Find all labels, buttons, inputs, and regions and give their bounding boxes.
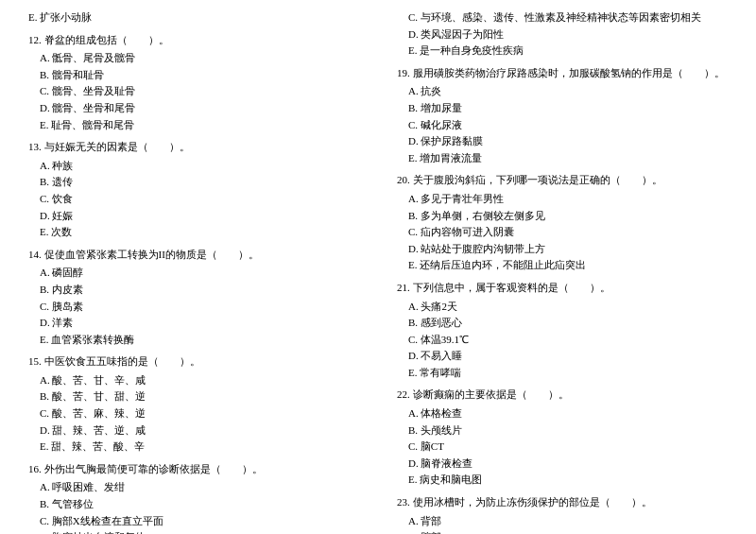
option: A. 抗炎 — [397, 83, 728, 100]
option: D. 甜、辣、苦、逆、咸 — [28, 422, 359, 439]
question-title: 15. 中医饮食五五味指的是（ ）。 — [28, 353, 359, 370]
option: E. 常有哮喘 — [397, 365, 728, 382]
question-title: 14. 促使血管紧张素工转换为II的物质是（ ）。 — [28, 247, 359, 264]
page-container: E. 扩张小动脉12. 脊盆的组成包括（ ）。A. 骶骨、尾骨及髋骨B. 髋骨和… — [28, 9, 728, 534]
option: E. 还纳后压迫内环，不能阻止此疝突出 — [397, 257, 728, 274]
option: E. 是一种自身免疫性疾病 — [397, 43, 728, 60]
option: E. 病史和脑电图 — [397, 472, 728, 489]
question-title: 12. 脊盆的组成包括（ ）。 — [28, 32, 359, 49]
option: D. 髋骨、坐骨和尾骨 — [28, 100, 359, 117]
option: A. 背部 — [397, 513, 728, 530]
right-column: C. 与环境、感染、遗传、性激素及神经精神状态等因素密切相关D. 类风湿因子为阳… — [387, 9, 728, 534]
option: D. 脑脊液检查 — [397, 456, 728, 473]
question-title: 20. 关于腹股沟斜疝，下列哪一项说法是正确的（ ）。 — [397, 172, 728, 189]
option: B. 多为单侧，右侧较左侧多见 — [397, 208, 728, 225]
option: A. 体格检查 — [397, 405, 728, 422]
option: C. 饮食 — [28, 191, 359, 208]
option: E. 次数 — [28, 224, 359, 241]
option: D. 类风湿因子为阳性 — [397, 26, 728, 43]
question-block: 13. 与妊娠无关的因素是（ ）。A. 种族B. 遗传C. 饮食D. 妊娠E. … — [28, 139, 359, 241]
question-block: 12. 脊盆的组成包括（ ）。A. 骶骨、尾骨及髋骨B. 髋骨和耻骨C. 髋骨、… — [28, 32, 359, 134]
option: A. 酸、苦、甘、辛、咸 — [28, 372, 359, 389]
question-block: 20. 关于腹股沟斜疝，下列哪一项说法是正确的（ ）。A. 多见于青壮年男性B.… — [397, 172, 728, 274]
option: E. 甜、辣、苦、酸、辛 — [28, 439, 359, 456]
question-title: E. 扩张小动脉 — [28, 9, 359, 26]
two-column-layout: E. 扩张小动脉12. 脊盆的组成包括（ ）。A. 骶骨、尾骨及髋骨B. 髋骨和… — [28, 9, 728, 534]
option: C. 体温39.1℃ — [397, 332, 728, 349]
question-block: 19. 服用磺胺类药物治疗尿路感染时，加服碳酸氢钠的作用是（ ）。A. 抗炎B.… — [397, 65, 728, 167]
option: D. 保护尿路黏膜 — [397, 133, 728, 150]
question-title: 21. 下列信息中，属于客观资料的是（ ）。 — [397, 280, 728, 297]
option: D. 不易入睡 — [397, 348, 728, 365]
option: C. 胰岛素 — [28, 299, 359, 316]
option: A. 骶骨、尾骨及髋骨 — [28, 50, 359, 67]
option: C. 脑CT — [397, 439, 728, 456]
option: B. 气管移位 — [28, 496, 359, 513]
option: A. 头痛2天 — [397, 299, 728, 316]
question-block: E. 扩张小动脉 — [28, 9, 359, 26]
option: B. 增加尿量 — [397, 100, 728, 117]
question-block: 16. 外伤出气胸最简便可靠的诊断依据是（ ）。A. 呼吸困难、发绀B. 气管移… — [28, 461, 359, 534]
option: D. 洋素 — [28, 315, 359, 332]
question-block: 14. 促使血管紧张素工转换为II的物质是（ ）。A. 磷固醇B. 内皮素C. … — [28, 247, 359, 349]
option: A. 磷固醇 — [28, 265, 359, 282]
option: E. 耻骨、髋骨和尾骨 — [28, 117, 359, 134]
option: B. 头颅线片 — [397, 422, 728, 439]
question-block: C. 与环境、感染、遗传、性激素及神经精神状态等因素密切相关D. 类风湿因子为阳… — [397, 9, 728, 60]
left-column: E. 扩张小动脉12. 脊盆的组成包括（ ）。A. 骶骨、尾骨及髋骨B. 髋骨和… — [28, 9, 369, 534]
option: B. 髋骨和耻骨 — [28, 67, 359, 84]
option: C. 与环境、感染、遗传、性激素及神经精神状态等因素密切相关 — [397, 9, 728, 26]
option: C. 碱化尿液 — [397, 117, 728, 134]
option: B. 感到恶心 — [397, 315, 728, 332]
question-block: 23. 使用冰槽时，为防止冻伤须保护的部位是（ ）。A. 背部B. 髋部C. 头… — [397, 494, 728, 534]
question-title: 23. 使用冰槽时，为防止冻伤须保护的部位是（ ）。 — [397, 494, 728, 511]
question-title: 22. 诊断癫痫的主要依据是（ ）。 — [397, 387, 728, 404]
question-title: 13. 与妊娠无关的因素是（ ）。 — [28, 139, 359, 156]
question-block: 22. 诊断癫痫的主要依据是（ ）。A. 体格检查B. 头颅线片C. 脑CTD.… — [397, 387, 728, 489]
option: A. 种族 — [28, 158, 359, 175]
option: B. 酸、苦、甘、甜、逆 — [28, 388, 359, 405]
option: B. 遗传 — [28, 174, 359, 191]
option: B. 内皮素 — [28, 282, 359, 299]
option: D. 胸穿抽出血液和气体 — [28, 529, 359, 534]
option: B. 髋部 — [397, 529, 728, 534]
option: A. 多见于青壮年男性 — [397, 191, 728, 208]
option: C. 疝内容物可进入阴囊 — [397, 224, 728, 241]
question-title: 19. 服用磺胺类药物治疗尿路感染时，加服碳酸氢钠的作用是（ ）。 — [397, 65, 728, 82]
option: E. 血管紧张素转换酶 — [28, 332, 359, 349]
option: C. 酸、苦、麻、辣、逆 — [28, 405, 359, 422]
option: D. 站站处于腹腔内沟韧带上方 — [397, 241, 728, 258]
question-block: 21. 下列信息中，属于客观资料的是（ ）。A. 头痛2天B. 感到恶心C. 体… — [397, 280, 728, 382]
question-block: 15. 中医饮食五五味指的是（ ）。A. 酸、苦、甘、辛、咸B. 酸、苦、甘、甜… — [28, 353, 359, 456]
option: D. 妊娠 — [28, 208, 359, 225]
question-title: 16. 外伤出气胸最简便可靠的诊断依据是（ ）。 — [28, 461, 359, 478]
option: C. 髋骨、坐骨及耻骨 — [28, 83, 359, 100]
option: A. 呼吸困难、发绀 — [28, 479, 359, 496]
option: C. 胸部X线检查在直立平面 — [28, 513, 359, 530]
option: E. 增加胃液流量 — [397, 150, 728, 167]
